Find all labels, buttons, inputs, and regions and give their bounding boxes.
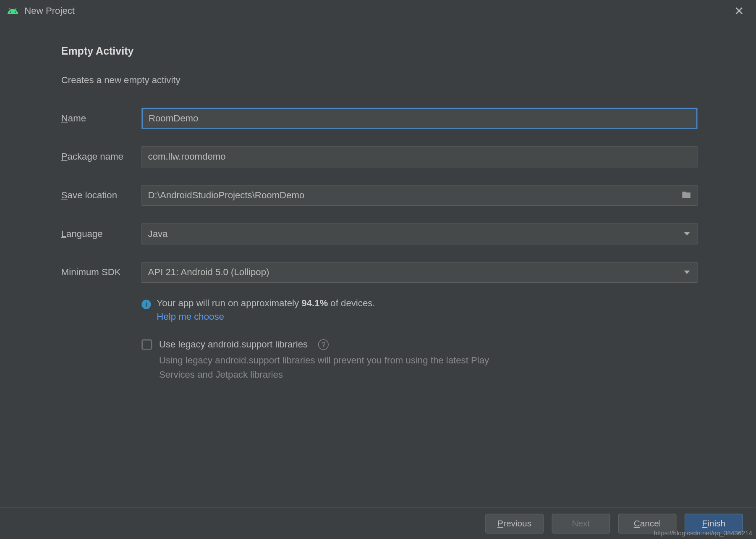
minimum-sdk-value: API 21: Android 5.0 (Lollipop) bbox=[148, 267, 269, 278]
save-location-input[interactable] bbox=[141, 185, 697, 206]
page-title: Empty Activity bbox=[61, 45, 698, 58]
name-input[interactable] bbox=[141, 108, 697, 129]
page-subtitle: Creates a new empty activity bbox=[61, 75, 698, 86]
language-value: Java bbox=[148, 229, 168, 239]
chevron-down-icon bbox=[684, 271, 690, 274]
language-select[interactable]: Java bbox=[141, 223, 697, 245]
dialog-content: Empty Activity Creates a new empty activ… bbox=[0, 22, 756, 382]
row-name: Name bbox=[61, 108, 698, 129]
close-icon[interactable]: ✕ bbox=[730, 2, 749, 20]
device-coverage-info: i Your app will run on approximately 94.… bbox=[141, 298, 697, 322]
minimum-sdk-select[interactable]: API 21: Android 5.0 (Lollipop) bbox=[141, 262, 697, 283]
window-title: New Project bbox=[24, 6, 75, 16]
dialog-footer: Previous Next Cancel Finish bbox=[0, 507, 756, 539]
help-me-choose-link[interactable]: Help me choose bbox=[157, 311, 697, 322]
title-bar: New Project ✕ bbox=[0, 0, 756, 22]
label-name: Name bbox=[61, 113, 142, 124]
label-package: Package name bbox=[61, 152, 142, 162]
watermark: https://blog.csdn.net/qq_38436214 bbox=[654, 529, 752, 536]
legacy-description: Using legacy android.support libraries w… bbox=[159, 353, 497, 382]
row-language: Language Java bbox=[61, 223, 698, 245]
info-icon: i bbox=[141, 300, 151, 309]
label-language: Language bbox=[61, 229, 142, 239]
legacy-checkbox-label: Use legacy android.support libraries bbox=[159, 339, 308, 350]
row-minimum-sdk: Minimum SDK API 21: Android 5.0 (Lollipo… bbox=[61, 262, 698, 283]
next-button[interactable]: Next bbox=[552, 513, 610, 533]
row-save-location: Save location bbox=[61, 185, 698, 206]
folder-browse-icon[interactable] bbox=[681, 190, 692, 200]
row-package: Package name bbox=[61, 146, 698, 167]
legacy-checkbox[interactable] bbox=[141, 339, 152, 350]
coverage-text: Your app will run on approximately 94.1%… bbox=[157, 298, 375, 308]
package-input[interactable] bbox=[141, 146, 697, 167]
help-icon[interactable]: ? bbox=[318, 339, 329, 350]
android-icon bbox=[7, 5, 19, 17]
label-minimum-sdk: Minimum SDK bbox=[61, 267, 142, 278]
previous-button[interactable]: Previous bbox=[485, 513, 544, 533]
label-save-location: Save location bbox=[61, 190, 142, 200]
legacy-libraries-block: Use legacy android.support libraries ? U… bbox=[141, 339, 697, 382]
chevron-down-icon bbox=[684, 232, 690, 235]
